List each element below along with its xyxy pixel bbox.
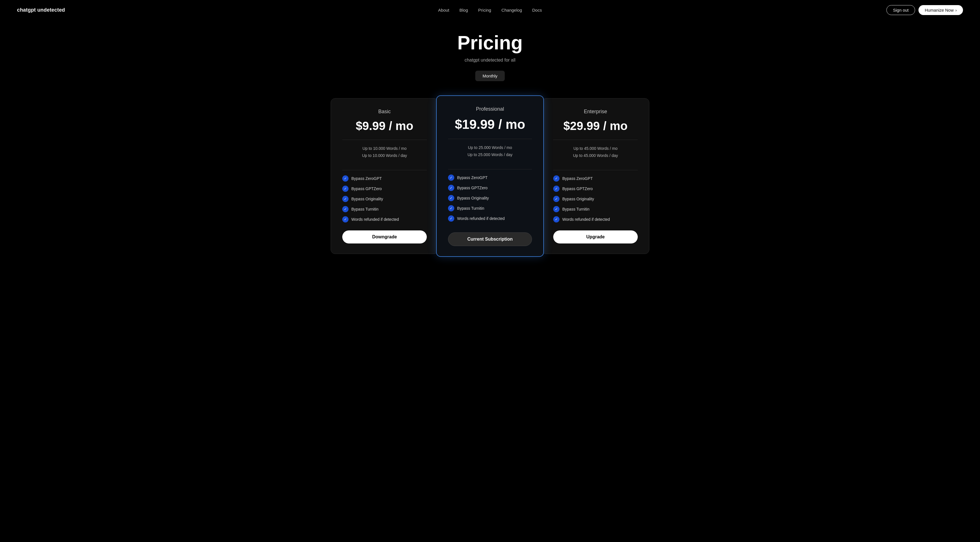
current-subscription-button[interactable]: Current Subscription [448, 233, 532, 246]
check-icon: ✓ [448, 205, 454, 211]
feature-item: ✓ Bypass Turnitin [448, 205, 532, 211]
divider [553, 140, 638, 140]
check-icon: ✓ [553, 206, 560, 212]
plan-basic-name: Basic [342, 109, 427, 115]
page-title: Pricing [6, 32, 974, 54]
plan-professional-price: $19.99 / mo [448, 116, 532, 132]
sign-out-button[interactable]: Sign out [886, 5, 915, 15]
plan-enterprise: Enterprise $29.99 / mo Up to 45.000 Word… [542, 98, 649, 254]
plan-professional-words-mo: Up to 25.000 Words / mo [448, 144, 532, 151]
plan-professional-features: ✓ Bypass ZeroGPT ✓ Bypass GPTZero ✓ Bypa… [448, 175, 532, 225]
nav-about[interactable]: About [438, 8, 449, 13]
plan-basic-price: $9.99 / mo [342, 119, 427, 133]
check-icon: ✓ [553, 175, 560, 182]
humanize-now-button[interactable]: Humanize Now › [918, 5, 963, 15]
feature-item: ✓ Bypass Originality [553, 196, 638, 202]
plan-enterprise-price: $29.99 / mo [553, 119, 638, 133]
feature-item: ✓ Bypass GPTZero [342, 186, 427, 192]
feature-item: ✓ Bypass ZeroGPT [448, 175, 532, 181]
feature-item: ✓ Words refunded if detected [553, 216, 638, 223]
divider-2 [448, 169, 532, 169]
brand-logo: chatgpt undetected [17, 7, 65, 13]
check-icon: ✓ [342, 216, 348, 223]
hero-subtitle: chatgpt undetected for all [6, 57, 974, 63]
nav-pricing[interactable]: Pricing [478, 8, 491, 13]
plan-basic-words-mo: Up to 10.000 Words / mo [342, 145, 427, 152]
billing-toggle[interactable]: Monthly [475, 71, 505, 81]
feature-item: ✓ Words refunded if detected [448, 215, 532, 222]
plan-basic-features: ✓ Bypass ZeroGPT ✓ Bypass GPTZero ✓ Bypa… [342, 175, 427, 223]
check-icon: ✓ [448, 195, 454, 201]
check-icon: ✓ [553, 216, 560, 223]
plan-basic: Basic $9.99 / mo Up to 10.000 Words / mo… [331, 98, 438, 254]
plan-basic-words-day: Up to 10.000 Words / day [342, 152, 427, 159]
downgrade-button[interactable]: Downgrade [342, 230, 427, 244]
check-icon: ✓ [342, 196, 348, 202]
pricing-cards: Basic $9.99 / mo Up to 10.000 Words / mo… [306, 90, 674, 271]
check-icon: ✓ [448, 175, 454, 181]
nav-docs[interactable]: Docs [532, 8, 542, 13]
feature-item: ✓ Bypass GPTZero [448, 185, 532, 191]
check-icon: ✓ [553, 186, 560, 192]
check-icon: ✓ [553, 196, 560, 202]
feature-item: ✓ Bypass Turnitin [342, 206, 427, 212]
plan-professional-words: Up to 25.000 Words / mo Up to 25.000 Wor… [448, 144, 532, 158]
plan-enterprise-features: ✓ Bypass ZeroGPT ✓ Bypass GPTZero ✓ Bypa… [553, 175, 638, 223]
nav-blog[interactable]: Blog [460, 8, 468, 13]
check-icon: ✓ [342, 206, 348, 212]
nav-links: About Blog Pricing Changelog Docs [438, 8, 542, 13]
feature-item: ✓ Bypass GPTZero [553, 186, 638, 192]
feature-item: ✓ Bypass Originality [342, 196, 427, 202]
plan-enterprise-name: Enterprise [553, 109, 638, 115]
check-icon: ✓ [448, 185, 454, 191]
nav-changelog[interactable]: Changelog [501, 8, 522, 13]
plan-enterprise-words-mo: Up to 45.000 Words / mo [553, 145, 638, 152]
hero-section: Pricing chatgpt undetected for all Month… [0, 20, 980, 90]
feature-item: ✓ Words refunded if detected [342, 216, 427, 223]
plan-enterprise-words-day: Up to 45.000 Words / day [553, 152, 638, 159]
plan-enterprise-words: Up to 45.000 Words / mo Up to 45.000 Wor… [553, 145, 638, 159]
navbar: chatgpt undetected About Blog Pricing Ch… [0, 0, 980, 20]
plan-basic-words: Up to 10.000 Words / mo Up to 10.000 Wor… [342, 145, 427, 159]
feature-item: ✓ Bypass ZeroGPT [342, 175, 427, 182]
plan-professional-words-day: Up to 25.000 Words / day [448, 151, 532, 158]
plan-professional-name: Professional [448, 106, 532, 112]
upgrade-button[interactable]: Upgrade [553, 230, 638, 244]
divider [342, 140, 427, 140]
nav-actions: Sign out Humanize Now › [886, 5, 963, 15]
check-icon: ✓ [448, 215, 454, 222]
feature-item: ✓ Bypass ZeroGPT [553, 175, 638, 182]
check-icon: ✓ [342, 175, 348, 182]
feature-item: ✓ Bypass Turnitin [553, 206, 638, 212]
check-icon: ✓ [342, 186, 348, 192]
plan-professional: Professional $19.99 / mo Up to 25.000 Wo… [436, 96, 544, 257]
feature-item: ✓ Bypass Originality [448, 195, 532, 201]
